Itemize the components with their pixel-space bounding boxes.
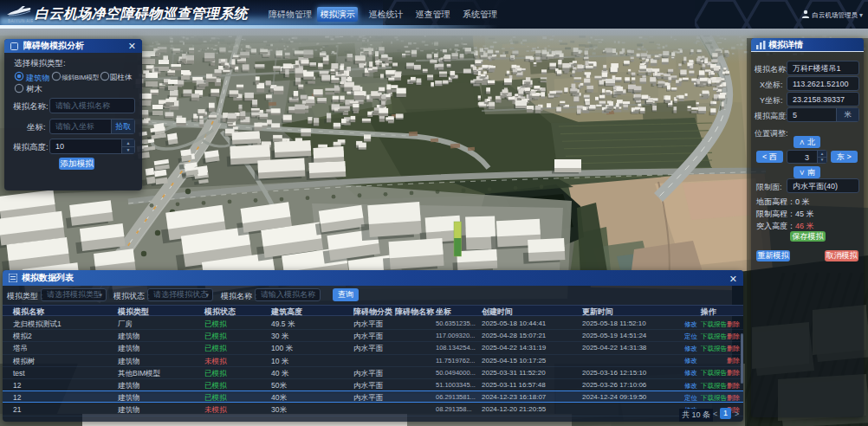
svg-text:BAIYUN AIRPORT: BAIYUN AIRPORT: [8, 19, 33, 23]
